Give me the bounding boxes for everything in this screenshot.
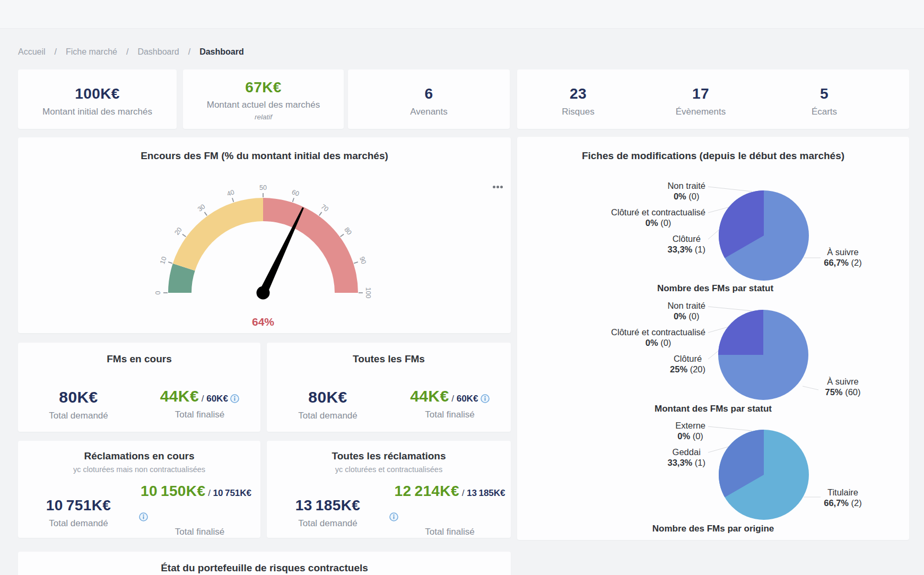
svg-text:60: 60 [291, 188, 300, 198]
svg-text:90: 90 [358, 256, 368, 265]
svg-text:50: 50 [259, 184, 267, 191]
svg-text:40: 40 [226, 188, 236, 198]
svg-text:30: 30 [196, 203, 207, 213]
svg-text:100: 100 [364, 288, 372, 299]
svg-text:20: 20 [173, 226, 184, 237]
svg-text:80: 80 [343, 226, 353, 237]
svg-text:10: 10 [159, 256, 168, 265]
svg-text:70: 70 [319, 203, 330, 213]
svg-text:0: 0 [154, 291, 162, 294]
